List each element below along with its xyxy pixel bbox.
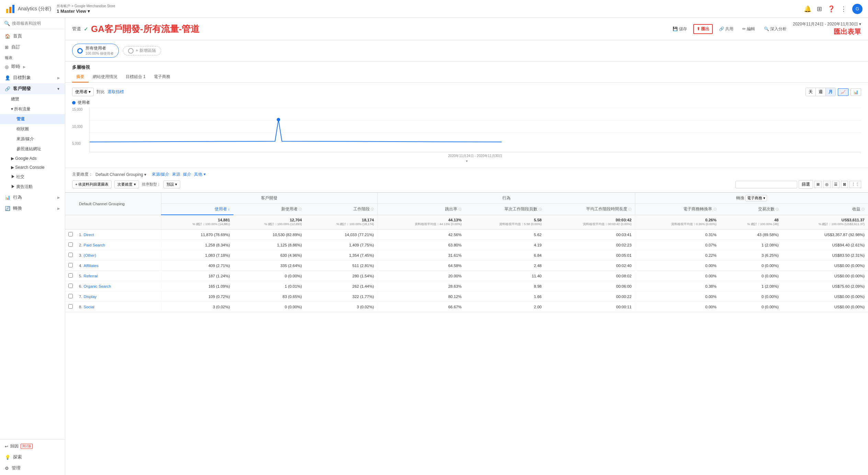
source-medium-link[interactable]: 來源/媒介 (152, 172, 169, 177)
time-day-btn[interactable]: 天 (806, 88, 816, 96)
audience-icon: 👤 (5, 75, 10, 80)
row-checkbox[interactable] (65, 240, 76, 250)
channel-link[interactable]: Affiliates (84, 264, 99, 268)
row-checkbox[interactable] (65, 291, 76, 302)
tab-site-usage[interactable]: 網站使用情況 (89, 72, 122, 82)
col-group-acquisition: 客戶開發 (161, 193, 377, 204)
main-content: 管道 ✓ GA客戶開發-所有流量-管道 💾 儲存 ⬆ 匯出 🔗 共 (65, 18, 868, 475)
sidebar-item-google-ads[interactable]: ▶ Google Ads (0, 154, 65, 163)
sidebar-item-channels[interactable]: 管道 (0, 114, 65, 124)
row-checkbox[interactable] (65, 250, 76, 261)
segment-all-users[interactable]: 所有使用者 100.00% 個使用者 (72, 44, 119, 58)
tab-goal[interactable]: 目標組合 1 (122, 72, 150, 82)
sidebar-item-realtime[interactable]: ◎ 即時 ▶ (0, 61, 65, 72)
sidebar-item-treemap[interactable]: 樹狀圖 (0, 124, 65, 134)
chart-y-mid: 10,000 (72, 125, 87, 129)
col-users[interactable]: 使用者 ↓ (161, 204, 233, 215)
breadcrumb: 所有帳戶 > Google Merchandise Store (57, 4, 115, 9)
col-sessions[interactable]: 工作階段 ⓘ (305, 204, 377, 215)
row-checkbox[interactable] (65, 230, 76, 240)
sidebar-item-campaigns[interactable]: ▶ 廣告活動 (0, 182, 65, 192)
table-view-pivot-btn[interactable]: ⊠ (841, 181, 848, 188)
conversion-dropdown[interactable]: 電子商務 ▾ (745, 195, 767, 201)
table-view-grid-btn[interactable]: ⊞ (814, 181, 822, 188)
time-week-btn[interactable]: 週 (816, 88, 826, 96)
avatar[interactable]: G (852, 4, 863, 14)
deep-analysis-button[interactable]: 🔍 深入分析 (761, 25, 789, 33)
table-row: 5.Referral 187 (1.24%) 0 (0.00%) 280 (1.… (65, 271, 868, 281)
sidebar-item-admin[interactable]: ⚙ 管理 (0, 463, 65, 474)
apps-icon[interactable]: ⊞ (817, 5, 822, 13)
select-metric-link[interactable]: 選取指標 (107, 89, 124, 95)
sidebar-item-audience[interactable]: 👤 目標對象 ▶ (0, 72, 65, 83)
notification-icon[interactable]: 🔔 (804, 5, 811, 13)
help-icon[interactable]: ❓ (827, 5, 835, 13)
table-filter-button[interactable]: 篩選 (799, 180, 813, 189)
chart-bar-btn[interactable]: 📊 (850, 88, 861, 96)
view-selector[interactable]: 1 Master View ▾ (57, 9, 115, 14)
col-avg-duration[interactable]: 平均工作階段時間長度 ⓘ (545, 204, 635, 215)
table-view-compare-btn[interactable]: ⋮⋮ (849, 181, 861, 188)
row-checkbox[interactable] (65, 281, 76, 291)
row-checkbox[interactable] (65, 271, 76, 281)
export-icon: ⬆ (697, 26, 700, 31)
table-view-pie-btn[interactable]: ◎ (823, 181, 831, 188)
sidebar-item-source-medium[interactable]: 來源/媒介 (0, 134, 65, 144)
chart-line-btn[interactable]: 📈 (838, 88, 848, 96)
sidebar-item-home[interactable]: 🏠 首頁 (0, 31, 65, 42)
sidebar-item-attribution[interactable]: ↩ 歸因 測試版 (0, 441, 65, 452)
source-link[interactable]: 來源 (172, 172, 180, 177)
secondary-dimension-dropdown[interactable]: 次要維度 ▾ (114, 180, 139, 188)
col-ecommerce-rate[interactable]: 電子商務轉換率 ⓘ (635, 204, 720, 215)
sidebar-item-custom[interactable]: ⊞ 自訂 (0, 42, 65, 53)
segment-sub: 100.00% 個使用者 (85, 51, 114, 56)
channel-link[interactable]: (Other) (84, 253, 96, 257)
table-row: 1.Direct 11,870 (78.69%) 10,530 (82.89%)… (65, 230, 868, 240)
sidebar-item-conversion[interactable]: 🔄 轉換 ▶ (0, 203, 65, 214)
channel-link[interactable]: Social (84, 305, 94, 309)
add-filter-button[interactable]: + 依資料列篩選圖表 (72, 180, 112, 188)
channel-link[interactable]: Referral (84, 274, 98, 278)
col-transactions[interactable]: 交易次數 ⓘ (720, 204, 782, 215)
col-pages-per-session[interactable]: 單次工作階段頁數 ⓘ (465, 204, 545, 215)
dimension-dropdown[interactable]: Default Channel Grouping ▾ (95, 172, 146, 177)
table-search-input[interactable] (735, 181, 797, 188)
medium-link[interactable]: 媒介 (183, 172, 191, 177)
other-dropdown[interactable]: 其他 ▾ (194, 172, 205, 177)
sidebar-item-social[interactable]: ▶ 社交 (0, 172, 65, 182)
channel-link[interactable]: Display (84, 295, 97, 299)
channel-link[interactable]: Direct (84, 233, 94, 237)
date-range[interactable]: 2020年11月24日 - 2020年11月30日 ▾ (793, 21, 861, 27)
export-button[interactable]: ⬆ 匯出 (693, 24, 713, 34)
tab-ecommerce[interactable]: 電子商務 (150, 72, 174, 82)
save-button[interactable]: 💾 儲存 (670, 25, 690, 33)
sidebar-item-search-console[interactable]: ▶ Search Console (0, 163, 65, 172)
time-month-btn[interactable]: 月 (826, 88, 835, 96)
sidebar-item-referrals[interactable]: 參照連結網址 (0, 144, 65, 154)
col-group-conversion: 轉換 電子商務 ▾ (635, 193, 868, 204)
col-bounce-rate[interactable]: 跳出率 ⓘ (377, 204, 465, 215)
channel-link[interactable]: Paid Search (84, 243, 105, 247)
realtime-icon: ◎ (5, 64, 9, 69)
sidebar-item-all-traffic[interactable]: ▾ 所有流量 (0, 104, 65, 114)
sidebar-item-explore[interactable]: 💡 探索 (0, 452, 65, 463)
sidebar-item-behavior[interactable]: 📊 行為 ▶ (0, 192, 65, 203)
sort-preset-dropdown[interactable]: 預設 ▾ (163, 180, 180, 188)
sidebar-search-input[interactable] (12, 21, 61, 26)
edit-button[interactable]: ✏ 編輯 (740, 25, 758, 33)
add-segment-button[interactable]: + 新增區隔 (123, 46, 161, 55)
total-transactions: 48 % 總計：100.00% (48) (720, 215, 782, 230)
tab-summary[interactable]: 摘要 (72, 72, 89, 82)
share-button[interactable]: 🔗 共用 (716, 25, 736, 33)
row-checkbox[interactable] (65, 261, 76, 271)
channel-link[interactable]: Organic Search (84, 284, 111, 288)
table-view-list-btn[interactable]: ☰ (832, 181, 840, 188)
sidebar-item-overview[interactable]: 總覽 (0, 94, 65, 104)
table-row: 4.Affiliates 409 (2.71%) 335 (2.64%) 511… (65, 261, 868, 271)
more-icon[interactable]: ⋮ (841, 5, 847, 13)
row-checkbox[interactable] (65, 302, 76, 312)
sidebar-item-acquisition[interactable]: 🔗 客戶開發 ▼ (0, 83, 65, 94)
col-revenue[interactable]: 收益 ⓘ (782, 204, 868, 215)
metric-dropdown[interactable]: 使用者 ▾ (72, 88, 94, 96)
col-new-users[interactable]: 新使用者 ⓘ (233, 204, 306, 215)
